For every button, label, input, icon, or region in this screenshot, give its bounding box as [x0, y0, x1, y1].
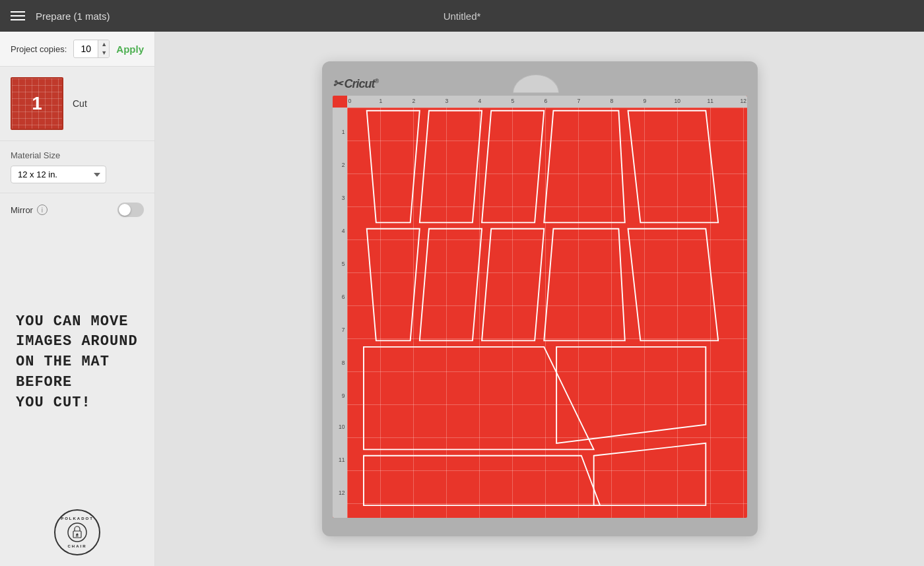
shape-5 [628, 111, 718, 223]
mat-section: 1 Cut [0, 67, 154, 141]
menu-icon[interactable] [11, 11, 25, 20]
top-controls: Project copies: ▲ ▼ Apply [0, 32, 154, 67]
mat-shapes-svg [347, 108, 747, 518]
svg-text:H: H [76, 534, 79, 538]
mat-thumbnail[interactable]: 1 [11, 77, 63, 130]
mat-container: ✂ Cricut® 0 1 2 3 4 5 6 7 8 9 [322, 61, 758, 536]
project-copies-label: Project copies: [11, 44, 67, 54]
ruler-left-4: 4 [342, 228, 345, 234]
header-center-title: Untitled* [444, 11, 481, 22]
logo-icon: H [67, 522, 88, 543]
copies-input[interactable] [74, 41, 98, 57]
hint-text: YOU CAN MOVE IMAGES AROUND ON THE MAT BE… [16, 312, 139, 414]
ruler-top-0: 0 [348, 98, 352, 104]
copies-down-button[interactable]: ▼ [98, 49, 110, 57]
ruler-left-2: 2 [342, 162, 345, 168]
shape-12 [556, 347, 706, 443]
mirror-toggle[interactable] [117, 203, 144, 217]
mirror-label: Mirror [11, 205, 33, 215]
shape-13 [363, 456, 599, 505]
apply-button[interactable]: Apply [116, 44, 144, 55]
shape-9 [544, 229, 625, 341]
copies-spinners: ▲ ▼ [98, 40, 110, 57]
header: Prepare (1 mats) Untitled* [0, 0, 924, 32]
ruler-top-2: 2 [412, 98, 416, 104]
mat-handle [513, 75, 559, 93]
cutting-mat[interactable]: 0 1 2 3 4 5 6 7 8 9 10 11 12 1 [333, 96, 747, 518]
logo-area: POLKADOT H CHAIR [0, 499, 154, 566]
header-title: Prepare (1 mats) [36, 11, 110, 22]
sidebar: Project copies: ▲ ▼ Apply 1 Cut Material… [0, 32, 155, 566]
ruler-left-3: 3 [342, 195, 345, 201]
shape-2 [419, 111, 481, 223]
mirror-section: Mirror i [0, 193, 154, 226]
ruler-top-11: 11 [708, 98, 713, 104]
ruler-top-7: 7 [578, 98, 581, 104]
logo: POLKADOT H CHAIR [54, 509, 100, 555]
ruler-left-1: 1 [342, 129, 345, 135]
copies-input-wrapper: ▲ ▼ [73, 40, 110, 58]
hint-area: YOU CAN MOVE IMAGES AROUND ON THE MAT BE… [0, 226, 154, 499]
ruler-top-12: 12 [741, 98, 746, 104]
cricut-brand-logo: ✂ Cricut® [333, 77, 379, 91]
ruler-top-6: 6 [544, 98, 548, 104]
logo-bottom-text: CHAIR [68, 544, 87, 548]
main-area: ✂ Cricut® 0 1 2 3 4 5 6 7 8 9 [155, 32, 924, 566]
ruler-top-8: 8 [610, 98, 614, 104]
ruler-top-1: 1 [380, 98, 383, 104]
shape-4 [544, 111, 625, 223]
ruler-left-10: 10 [339, 424, 345, 430]
ruler-left-8: 8 [342, 360, 345, 366]
ruler-top-3: 3 [446, 98, 449, 104]
mat-thumbnail-number: 1 [32, 93, 42, 114]
logo-top-text: POLKADOT [61, 517, 94, 520]
material-size-select[interactable]: 12 x 12 in. 12 x 24 in. Custom [11, 166, 106, 183]
copies-up-button[interactable]: ▲ [98, 40, 110, 49]
ruler-top-4: 4 [478, 98, 482, 104]
ruler-left-7: 7 [342, 327, 345, 333]
shape-1 [366, 111, 419, 223]
ruler-top-5: 5 [512, 98, 515, 104]
mirror-info-icon[interactable]: i [37, 204, 48, 215]
material-size-section: Material Size 12 x 12 in. 12 x 24 in. Cu… [0, 141, 154, 193]
mat-label: Cut [73, 98, 87, 109]
ruler-left-12: 12 [339, 489, 345, 496]
ruler-top-10: 10 [675, 98, 680, 104]
svg-point-0 [68, 523, 86, 542]
shape-6 [366, 229, 419, 341]
mirror-label-wrap: Mirror i [11, 204, 48, 215]
shape-11 [363, 347, 593, 449]
shape-14 [593, 443, 706, 505]
ruler-left-5: 5 [342, 261, 345, 267]
material-size-label: Material Size [11, 150, 144, 160]
ruler-left-6: 6 [342, 294, 345, 300]
shape-7 [419, 229, 481, 341]
shape-3 [482, 111, 544, 223]
ruler-left-9: 9 [342, 393, 345, 399]
ruler-left-11: 11 [339, 456, 345, 463]
shape-10 [628, 229, 718, 341]
shape-8 [482, 229, 544, 341]
ruler-top-9: 9 [644, 98, 647, 104]
